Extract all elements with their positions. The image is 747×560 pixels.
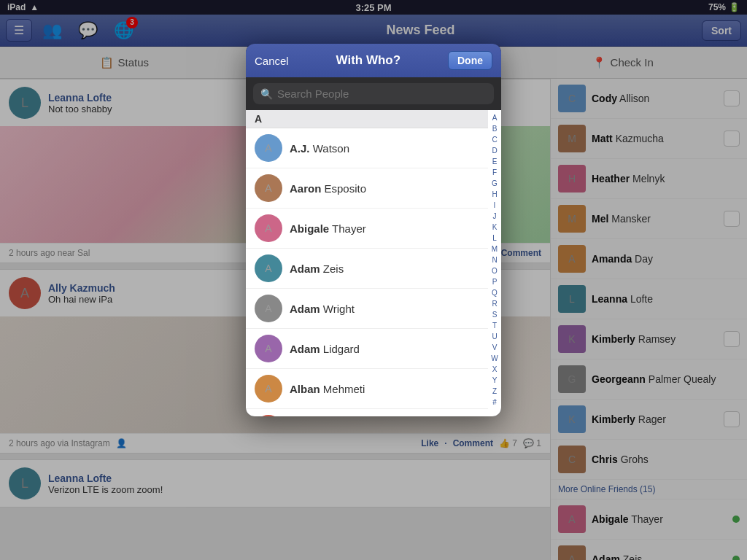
alpha-F[interactable]: F <box>492 168 497 178</box>
modal-header: Cancel With Who? Done <box>246 44 501 77</box>
section-header-a: A <box>246 110 488 128</box>
avatar-adam-l: A <box>255 335 282 362</box>
contact-adam-lidgard[interactable]: A Adam Lidgard <box>246 329 488 369</box>
alpha-Y[interactable]: Y <box>492 376 498 386</box>
contact-name-adam-z: Adam Zeis <box>290 262 344 275</box>
alpha-R[interactable]: R <box>492 299 497 309</box>
search-icon: 🔍 <box>260 88 273 100</box>
modal-search: 🔍 <box>246 77 501 110</box>
alpha-K[interactable]: K <box>492 222 498 233</box>
alpha-E[interactable]: E <box>492 157 498 167</box>
contact-list: A A A.J. Watson A Aaron Esposito A Abiga… <box>246 110 488 416</box>
modal-overlay[interactable]: Cancel With Who? Done 🔍 A A A.J. Watson … <box>0 0 747 560</box>
alpha-I[interactable]: I <box>494 201 496 211</box>
alpha-U[interactable]: U <box>492 332 497 342</box>
contact-name-alban: Alban Mehmeti <box>290 383 365 395</box>
contact-aj-watson[interactable]: A A.J. Watson <box>246 128 488 168</box>
contact-aaron-esposito[interactable]: A Aaron Esposito <box>246 168 488 209</box>
alpha-D[interactable]: D <box>492 146 497 156</box>
alpha-Z[interactable]: Z <box>492 386 497 397</box>
modal-cancel-button[interactable]: Cancel <box>255 55 289 67</box>
avatar-alex-p: A <box>255 415 282 416</box>
alpha-B[interactable]: B <box>492 124 498 134</box>
contact-name-adam-l: Adam Lidgard <box>290 343 360 355</box>
alpha-N[interactable]: N <box>492 255 497 265</box>
contact-alban-mehmeti[interactable]: A Alban Mehmeti <box>246 369 488 409</box>
contact-name-adam-w: Adam Wright <box>290 303 355 315</box>
contact-name-abigale: Abigale Thayer <box>290 222 366 235</box>
alpha-O[interactable]: O <box>492 266 498 276</box>
contact-adam-zeis[interactable]: A Adam Zeis <box>246 249 488 289</box>
alpha-hash[interactable]: # <box>492 397 497 408</box>
avatar-adam-z: A <box>255 254 282 282</box>
alpha-index: A B C D E F G H I J K L M N O P Q R S T <box>488 110 501 416</box>
alpha-T[interactable]: T <box>492 321 497 331</box>
avatar-aj: A <box>255 134 282 162</box>
contact-adam-wright[interactable]: A Adam Wright <box>246 289 488 329</box>
alpha-M[interactable]: M <box>492 244 498 254</box>
modal-title: With Who? <box>289 53 448 68</box>
contact-name-aj: A.J. Watson <box>290 142 349 155</box>
avatar-alban: A <box>255 375 282 402</box>
alpha-J[interactable]: J <box>493 211 497 222</box>
alpha-S[interactable]: S <box>492 310 498 320</box>
contact-alex-pollock[interactable]: A Alex Pollock <box>246 409 488 416</box>
avatar-abigale-c: A <box>255 214 282 242</box>
alpha-P[interactable]: P <box>492 277 498 287</box>
search-wrap: 🔍 <box>253 83 494 104</box>
alpha-X[interactable]: X <box>492 365 498 375</box>
alpha-C[interactable]: C <box>492 135 497 145</box>
alpha-Q[interactable]: Q <box>492 288 498 298</box>
alpha-V[interactable]: V <box>492 343 498 353</box>
modal-contact-list: A A A.J. Watson A Aaron Esposito A Abiga… <box>246 110 501 416</box>
alpha-L[interactable]: L <box>492 233 497 244</box>
contact-abigale-thayer[interactable]: A Abigale Thayer <box>246 209 488 249</box>
avatar-adam-w: A <box>255 295 282 322</box>
with-who-modal: Cancel With Who? Done 🔍 A A A.J. Watson … <box>246 44 501 416</box>
contact-name-aaron: Aaron Esposito <box>290 182 366 195</box>
alpha-G[interactable]: G <box>492 179 498 189</box>
search-people-input[interactable] <box>277 88 487 100</box>
alpha-H[interactable]: H <box>492 190 497 200</box>
alpha-A[interactable]: A <box>492 113 498 123</box>
alpha-W[interactable]: W <box>491 354 498 364</box>
modal-done-button[interactable]: Done <box>448 51 492 70</box>
avatar-aaron: A <box>255 174 282 202</box>
